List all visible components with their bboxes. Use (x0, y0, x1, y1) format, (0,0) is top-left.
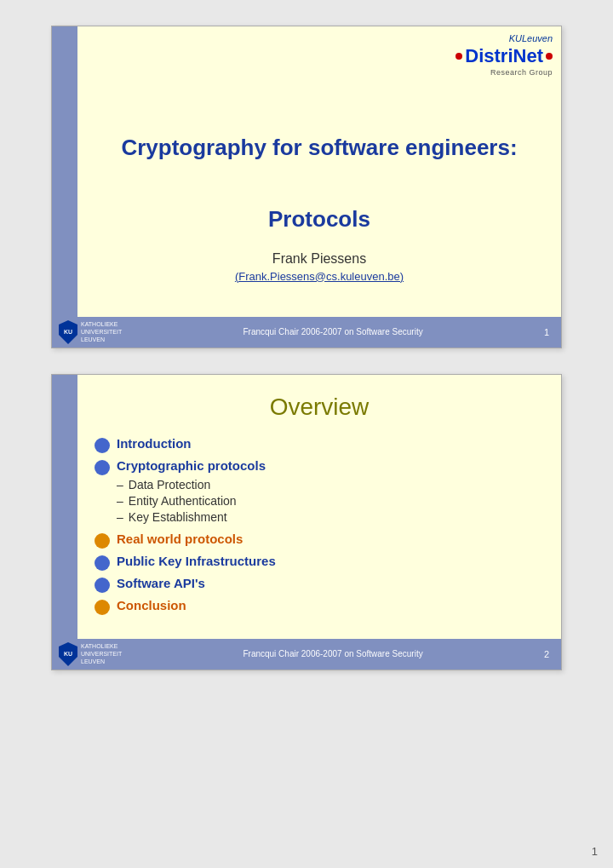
overview-title: Overview (95, 394, 544, 421)
sub-item-entity-auth: Entity Authentication (117, 494, 237, 508)
slide-2-inner: Overview Introduction Cryptographic prot… (52, 375, 561, 639)
ku-shield-icon: KU (59, 320, 77, 344)
distrinet-dot-right (546, 53, 553, 60)
bullet-pki (95, 555, 110, 571)
bullet-realworld (95, 533, 110, 549)
slide-1-inner: KULeuven DistriNet Research Group Crypto… (52, 26, 561, 317)
footer-center-2: Francqui Chair 2006-2007 on Software Sec… (129, 649, 537, 658)
footer-ku-text-2: KATHOLIEKE UNIVERSITEIT LEUVEN (81, 642, 122, 665)
slide-2: Overview Introduction Cryptographic prot… (51, 374, 562, 670)
list-item-conclusion: Conclusion (95, 598, 544, 615)
list-item-crypto: Cryptographic protocols Data Protection … (95, 458, 544, 526)
sub-item-data-protection-label: Data Protection (129, 478, 211, 491)
slide-2-sidebar (52, 375, 77, 639)
footer-ku-text-1: KATHOLIEKE UNIVERSITEIT LEUVEN (81, 320, 122, 343)
sub-list-crypto: Data Protection Entity Authentication Ke… (117, 478, 237, 526)
list-item-introduction-label: Introduction (117, 436, 191, 451)
list-item-pki: Public Key Infrastructures (95, 554, 544, 571)
bullet-softwareapi (95, 578, 110, 593)
footer-logo-area-1: KU KATHOLIEKE UNIVERSITEIT LEUVEN (59, 320, 122, 344)
list-item-introduction: Introduction (95, 436, 544, 453)
distrinet-dot-left (455, 53, 462, 60)
footer-page-1: 1 (544, 327, 554, 337)
sub-item-key-establishment-label: Key Establishment (129, 510, 227, 524)
svg-text:KU: KU (64, 329, 72, 335)
footer-center-1: Francqui Chair 2006-2007 on Software Sec… (129, 327, 537, 336)
list-item-realworld: Real world protocols (95, 532, 544, 549)
distrinet-logo: DistriNet (455, 45, 553, 67)
list-item-realworld-label: Real world protocols (117, 532, 243, 546)
research-group-text: Research Group (490, 68, 553, 77)
logo-area: KULeuven DistriNet Research Group (455, 33, 553, 77)
slide-1-title-line1: Cryptography for software engineers: (121, 134, 517, 163)
corner-page-number: 1 (592, 845, 598, 858)
slide-1-sidebar (52, 26, 77, 317)
list-item-conclusion-label: Conclusion (117, 598, 186, 612)
sub-item-data-protection: Data Protection (117, 478, 237, 491)
slide-2-footer: KU KATHOLIEKE UNIVERSITEIT LEUVEN Francq… (52, 639, 561, 670)
sub-item-key-establishment: Key Establishment (117, 510, 237, 524)
bullet-crypto (95, 460, 110, 475)
svg-text:KU: KU (64, 651, 72, 657)
slide-1-content: KULeuven DistriNet Research Group Crypto… (77, 26, 561, 317)
kuleuven-text: KULeuven (509, 33, 553, 43)
overview-list: Introduction Cryptographic protocols Dat… (95, 436, 544, 620)
slide-1-title-line2: Protocols (121, 205, 517, 234)
slide-1: KULeuven DistriNet Research Group Crypto… (51, 26, 562, 348)
list-item-pki-label: Public Key Infrastructures (117, 554, 276, 568)
slide-2-content: Overview Introduction Cryptographic prot… (77, 375, 561, 639)
footer-page-2: 2 (544, 649, 554, 659)
slide-1-author: Frank Piessens (272, 251, 366, 267)
ku-shield-icon-2: KU (59, 642, 77, 666)
slide-1-email[interactable]: (Frank.Piessens@cs.kuleuven.be) (235, 270, 404, 283)
bullet-introduction (95, 438, 110, 453)
bullet-conclusion (95, 600, 110, 615)
list-item-crypto-label: Cryptographic protocols (117, 458, 266, 473)
sub-item-entity-auth-label: Entity Authentication (129, 494, 237, 508)
distrinet-name: DistriNet (465, 45, 543, 67)
page-wrapper: KULeuven DistriNet Research Group Crypto… (0, 0, 613, 868)
slide-1-title-block: Cryptography for software engineers: Pro… (121, 91, 517, 234)
list-item-softwareapi: Software API's (95, 576, 544, 593)
list-item-softwareapi-label: Software API's (117, 576, 205, 590)
footer-logo-area-2: KU KATHOLIEKE UNIVERSITEIT LEUVEN (59, 642, 122, 666)
slide-1-footer: KU KATHOLIEKE UNIVERSITEIT LEUVEN Francq… (52, 317, 561, 348)
